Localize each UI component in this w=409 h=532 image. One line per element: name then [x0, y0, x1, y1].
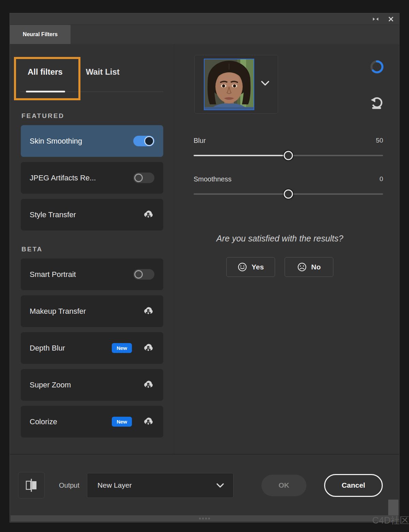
split-view-button[interactable]	[18, 472, 45, 499]
preview-thumbnail[interactable]	[194, 55, 278, 114]
scrollbar-grip	[199, 518, 210, 519]
frown-icon	[297, 262, 307, 272]
blur-label: Blur	[194, 137, 206, 145]
filter-label: Depth Blur	[30, 344, 112, 353]
filter-label: JPEG Artifacts Re...	[30, 174, 133, 182]
filter-item-skin-smoothing[interactable]: Skin Smoothing	[21, 125, 163, 157]
active-tab-underline	[26, 91, 65, 92]
smoothness-value: 0	[379, 175, 383, 183]
yes-label: Yes	[252, 263, 264, 271]
feedback-question: Are you satisfied with the results?	[174, 234, 385, 243]
horizontal-scrollbar[interactable]	[11, 515, 398, 521]
filter-toggle[interactable]	[133, 269, 154, 280]
filter-item-smart-portrait[interactable]: Smart Portrait	[21, 258, 163, 290]
filter-item-style-transfer[interactable]: Style Transfer	[21, 199, 163, 231]
close-icon[interactable]	[388, 16, 394, 22]
no-label: No	[311, 263, 321, 271]
filter-label: Smart Portrait	[30, 270, 133, 279]
ok-button[interactable]: OK	[261, 475, 306, 496]
collapse-panels-icon[interactable]	[373, 17, 379, 21]
smoothness-label: Smoothness	[194, 175, 231, 183]
new-badge: New	[112, 343, 132, 353]
cloud-download-icon[interactable]	[142, 306, 154, 317]
titlebar	[10, 13, 399, 25]
filter-item-makeup-transfer[interactable]: Makeup Transfer	[21, 295, 163, 327]
smoothness-slider-knob[interactable]	[284, 190, 293, 199]
blur-value: 50	[376, 137, 383, 145]
filter-label: Super Zoom	[30, 381, 142, 389]
filters-sidebar: All filters Wait List FEATUREDSkin Smoot…	[10, 44, 174, 454]
filter-item-depth-blur[interactable]: Depth BlurNew	[21, 332, 163, 364]
smoothness-slider: Smoothness 0	[194, 175, 383, 195]
split-view-icon	[25, 478, 38, 492]
filter-toggle[interactable]	[133, 136, 154, 146]
chevron-down-icon[interactable]	[261, 80, 270, 87]
tab-wait-list[interactable]: Wait List	[86, 67, 120, 77]
smiley-icon	[238, 262, 247, 272]
feedback-no-button[interactable]: No	[285, 257, 333, 277]
chevron-down-icon	[216, 483, 224, 488]
filter-item-colorize[interactable]: ColorizeNew	[21, 406, 163, 438]
filter-item-jpeg-artifacts-re[interactable]: JPEG Artifacts Re...	[21, 162, 163, 194]
cloud-download-icon[interactable]	[142, 342, 154, 354]
filter-settings-panel: Blur 50 Smoothness 0	[174, 44, 399, 454]
footer-bar: Output New Layer OK Cancel	[10, 454, 399, 516]
reset-icon[interactable]	[370, 97, 383, 112]
cloud-download-icon[interactable]	[142, 209, 154, 220]
blur-slider-fill	[194, 155, 288, 156]
blur-slider: Blur 50	[194, 137, 383, 156]
watermark-text: C4D社区	[372, 514, 409, 527]
filter-toggle[interactable]	[133, 173, 154, 183]
tab-all-filters[interactable]: All filters	[28, 67, 63, 77]
cancel-button[interactable]: Cancel	[324, 474, 383, 497]
new-badge: New	[112, 417, 132, 427]
filter-label: Skin Smoothing	[30, 137, 133, 146]
cloud-download-icon[interactable]	[142, 416, 154, 427]
neural-filters-dialog: Neural Filters All filters Wait List FEA…	[10, 13, 399, 522]
output-selected-value: New Layer	[97, 481, 216, 489]
output-label: Output	[59, 482, 79, 489]
filter-item-super-zoom[interactable]: Super Zoom	[21, 369, 163, 401]
filter-label: Colorize	[30, 417, 112, 426]
smoothness-slider-track[interactable]	[194, 193, 383, 195]
filter-label: Makeup Transfer	[30, 307, 142, 316]
feedback-yes-button[interactable]: Yes	[226, 257, 275, 277]
filter-label: Style Transfer	[30, 210, 142, 219]
cloud-download-icon[interactable]	[142, 379, 154, 390]
window-tab-strip: Neural Filters	[10, 25, 399, 44]
section-header: FEATURED	[21, 112, 174, 120]
section-header: BETA	[21, 246, 174, 253]
tab-neural-filters[interactable]: Neural Filters	[10, 25, 71, 44]
filter-list: FEATUREDSkin SmoothingJPEG Artifacts Re.…	[10, 112, 174, 443]
blur-slider-knob[interactable]	[284, 151, 293, 160]
vertical-scrollbar-thumb[interactable]	[388, 500, 398, 515]
output-select[interactable]: New Layer	[87, 473, 233, 498]
blur-slider-track[interactable]	[194, 155, 383, 156]
portrait-image	[204, 59, 254, 110]
processing-spinner-icon	[370, 60, 384, 75]
